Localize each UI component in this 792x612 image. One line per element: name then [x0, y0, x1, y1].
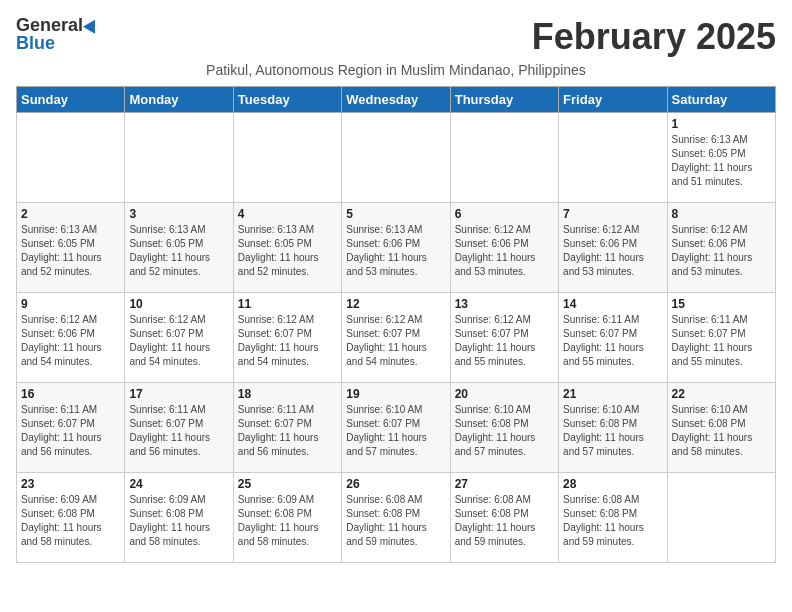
day-info: Sunrise: 6:12 AM Sunset: 6:07 PM Dayligh… — [129, 313, 228, 369]
day-number: 25 — [238, 477, 337, 491]
calendar-cell: 13Sunrise: 6:12 AM Sunset: 6:07 PM Dayli… — [450, 293, 558, 383]
calendar-cell: 17Sunrise: 6:11 AM Sunset: 6:07 PM Dayli… — [125, 383, 233, 473]
day-info: Sunrise: 6:12 AM Sunset: 6:06 PM Dayligh… — [563, 223, 662, 279]
calendar-cell: 1Sunrise: 6:13 AM Sunset: 6:05 PM Daylig… — [667, 113, 775, 203]
day-info: Sunrise: 6:12 AM Sunset: 6:07 PM Dayligh… — [238, 313, 337, 369]
calendar-cell — [559, 113, 667, 203]
day-info: Sunrise: 6:08 AM Sunset: 6:08 PM Dayligh… — [563, 493, 662, 549]
day-number: 15 — [672, 297, 771, 311]
day-info: Sunrise: 6:13 AM Sunset: 6:06 PM Dayligh… — [346, 223, 445, 279]
logo-triangle-icon — [83, 16, 101, 33]
calendar-cell: 12Sunrise: 6:12 AM Sunset: 6:07 PM Dayli… — [342, 293, 450, 383]
day-number: 28 — [563, 477, 662, 491]
day-number: 7 — [563, 207, 662, 221]
calendar-cell: 26Sunrise: 6:08 AM Sunset: 6:08 PM Dayli… — [342, 473, 450, 563]
calendar-cell: 7Sunrise: 6:12 AM Sunset: 6:06 PM Daylig… — [559, 203, 667, 293]
day-info: Sunrise: 6:13 AM Sunset: 6:05 PM Dayligh… — [21, 223, 120, 279]
logo: General Blue — [16, 16, 99, 52]
day-info: Sunrise: 6:13 AM Sunset: 6:05 PM Dayligh… — [129, 223, 228, 279]
day-number: 24 — [129, 477, 228, 491]
calendar-header-wednesday: Wednesday — [342, 87, 450, 113]
calendar-cell: 16Sunrise: 6:11 AM Sunset: 6:07 PM Dayli… — [17, 383, 125, 473]
day-number: 22 — [672, 387, 771, 401]
day-info: Sunrise: 6:11 AM Sunset: 6:07 PM Dayligh… — [563, 313, 662, 369]
day-number: 1 — [672, 117, 771, 131]
day-number: 17 — [129, 387, 228, 401]
calendar-cell: 11Sunrise: 6:12 AM Sunset: 6:07 PM Dayli… — [233, 293, 341, 383]
day-number: 4 — [238, 207, 337, 221]
page-subtitle: Patikul, Autonomous Region in Muslim Min… — [16, 62, 776, 78]
day-info: Sunrise: 6:10 AM Sunset: 6:08 PM Dayligh… — [455, 403, 554, 459]
calendar-cell: 8Sunrise: 6:12 AM Sunset: 6:06 PM Daylig… — [667, 203, 775, 293]
calendar-cell: 4Sunrise: 6:13 AM Sunset: 6:05 PM Daylig… — [233, 203, 341, 293]
page-title: February 2025 — [532, 16, 776, 58]
day-info: Sunrise: 6:09 AM Sunset: 6:08 PM Dayligh… — [129, 493, 228, 549]
calendar-week-row: 2Sunrise: 6:13 AM Sunset: 6:05 PM Daylig… — [17, 203, 776, 293]
header: General Blue February 2025 — [16, 16, 776, 58]
day-number: 8 — [672, 207, 771, 221]
day-number: 12 — [346, 297, 445, 311]
calendar-week-row: 23Sunrise: 6:09 AM Sunset: 6:08 PM Dayli… — [17, 473, 776, 563]
calendar-cell: 21Sunrise: 6:10 AM Sunset: 6:08 PM Dayli… — [559, 383, 667, 473]
day-number: 5 — [346, 207, 445, 221]
day-info: Sunrise: 6:12 AM Sunset: 6:06 PM Dayligh… — [455, 223, 554, 279]
calendar-cell — [667, 473, 775, 563]
calendar-header-friday: Friday — [559, 87, 667, 113]
day-info: Sunrise: 6:10 AM Sunset: 6:08 PM Dayligh… — [672, 403, 771, 459]
day-info: Sunrise: 6:09 AM Sunset: 6:08 PM Dayligh… — [21, 493, 120, 549]
day-number: 10 — [129, 297, 228, 311]
calendar-cell: 27Sunrise: 6:08 AM Sunset: 6:08 PM Dayli… — [450, 473, 558, 563]
day-number: 3 — [129, 207, 228, 221]
calendar-cell — [233, 113, 341, 203]
day-number: 18 — [238, 387, 337, 401]
day-info: Sunrise: 6:12 AM Sunset: 6:07 PM Dayligh… — [455, 313, 554, 369]
day-info: Sunrise: 6:10 AM Sunset: 6:08 PM Dayligh… — [563, 403, 662, 459]
calendar-week-row: 9Sunrise: 6:12 AM Sunset: 6:06 PM Daylig… — [17, 293, 776, 383]
calendar-header-saturday: Saturday — [667, 87, 775, 113]
day-info: Sunrise: 6:11 AM Sunset: 6:07 PM Dayligh… — [238, 403, 337, 459]
day-info: Sunrise: 6:08 AM Sunset: 6:08 PM Dayligh… — [455, 493, 554, 549]
day-number: 21 — [563, 387, 662, 401]
calendar-header-tuesday: Tuesday — [233, 87, 341, 113]
day-info: Sunrise: 6:11 AM Sunset: 6:07 PM Dayligh… — [129, 403, 228, 459]
calendar-cell — [17, 113, 125, 203]
day-number: 2 — [21, 207, 120, 221]
day-number: 9 — [21, 297, 120, 311]
day-number: 26 — [346, 477, 445, 491]
day-number: 16 — [21, 387, 120, 401]
calendar-cell — [342, 113, 450, 203]
calendar-cell: 2Sunrise: 6:13 AM Sunset: 6:05 PM Daylig… — [17, 203, 125, 293]
calendar-cell: 3Sunrise: 6:13 AM Sunset: 6:05 PM Daylig… — [125, 203, 233, 293]
day-info: Sunrise: 6:09 AM Sunset: 6:08 PM Dayligh… — [238, 493, 337, 549]
calendar-cell: 25Sunrise: 6:09 AM Sunset: 6:08 PM Dayli… — [233, 473, 341, 563]
day-info: Sunrise: 6:11 AM Sunset: 6:07 PM Dayligh… — [672, 313, 771, 369]
day-number: 14 — [563, 297, 662, 311]
calendar-cell: 24Sunrise: 6:09 AM Sunset: 6:08 PM Dayli… — [125, 473, 233, 563]
day-number: 20 — [455, 387, 554, 401]
day-info: Sunrise: 6:10 AM Sunset: 6:07 PM Dayligh… — [346, 403, 445, 459]
day-number: 11 — [238, 297, 337, 311]
calendar-cell: 20Sunrise: 6:10 AM Sunset: 6:08 PM Dayli… — [450, 383, 558, 473]
day-info: Sunrise: 6:11 AM Sunset: 6:07 PM Dayligh… — [21, 403, 120, 459]
calendar-cell: 19Sunrise: 6:10 AM Sunset: 6:07 PM Dayli… — [342, 383, 450, 473]
day-number: 13 — [455, 297, 554, 311]
calendar-cell: 15Sunrise: 6:11 AM Sunset: 6:07 PM Dayli… — [667, 293, 775, 383]
calendar-cell: 14Sunrise: 6:11 AM Sunset: 6:07 PM Dayli… — [559, 293, 667, 383]
day-number: 6 — [455, 207, 554, 221]
calendar-cell: 18Sunrise: 6:11 AM Sunset: 6:07 PM Dayli… — [233, 383, 341, 473]
logo-general: General — [16, 16, 83, 34]
calendar-header-thursday: Thursday — [450, 87, 558, 113]
day-number: 19 — [346, 387, 445, 401]
day-info: Sunrise: 6:12 AM Sunset: 6:06 PM Dayligh… — [672, 223, 771, 279]
calendar-header-row: SundayMondayTuesdayWednesdayThursdayFrid… — [17, 87, 776, 113]
day-info: Sunrise: 6:12 AM Sunset: 6:07 PM Dayligh… — [346, 313, 445, 369]
calendar-header-monday: Monday — [125, 87, 233, 113]
day-number: 23 — [21, 477, 120, 491]
calendar-cell: 28Sunrise: 6:08 AM Sunset: 6:08 PM Dayli… — [559, 473, 667, 563]
calendar-cell: 23Sunrise: 6:09 AM Sunset: 6:08 PM Dayli… — [17, 473, 125, 563]
calendar-cell: 22Sunrise: 6:10 AM Sunset: 6:08 PM Dayli… — [667, 383, 775, 473]
calendar-cell — [450, 113, 558, 203]
calendar-cell — [125, 113, 233, 203]
calendar-table: SundayMondayTuesdayWednesdayThursdayFrid… — [16, 86, 776, 563]
calendar-header-sunday: Sunday — [17, 87, 125, 113]
